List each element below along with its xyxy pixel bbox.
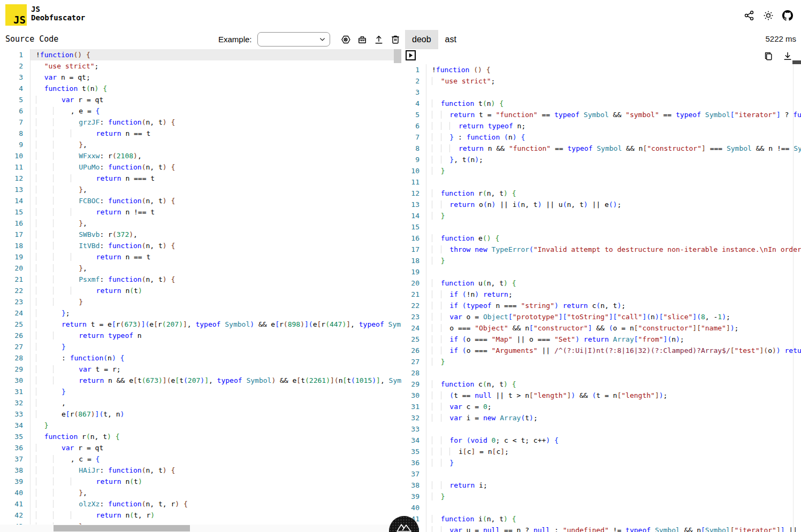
code-line: };	[36, 307, 401, 319]
code-line: grzJF: function(n, t) {	[36, 117, 401, 128]
code-line	[432, 221, 801, 233]
example-label: Example:	[218, 35, 252, 44]
code-line: WFxxw: r(2108),	[36, 150, 401, 161]
code-line: }, t(n);	[432, 154, 801, 165]
code-line: ,	[36, 397, 401, 408]
code-line: , e = {	[36, 105, 401, 117]
code-line: e[r(867)](t, n)	[36, 408, 401, 420]
code-line: }	[432, 457, 801, 468]
code-line: function i(n, t) {	[432, 513, 801, 525]
code-line: return o(n) || i(n, t) || u(n, t) || e()…	[432, 199, 801, 210]
source-editor-vscrollbar[interactable]	[394, 49, 401, 63]
main-split: 1234567891011121314151617181920212223242…	[0, 49, 801, 532]
code-line: return n && "function" == typeof Symbol …	[432, 143, 801, 154]
code-line: return typeof n;	[432, 120, 801, 132]
code-line: SWBvb: r(372),	[36, 229, 401, 240]
js-logo-text: JS	[13, 15, 27, 26]
code-line: return t = e[r(673)](e[r(207)], typeof S…	[36, 319, 401, 330]
output-tabs: deobast	[405, 30, 463, 49]
code-line: return typeof n	[36, 330, 401, 341]
code-line: olzXz: function(n, t, r) {	[36, 498, 401, 510]
output-editor-scrollbar-thumb[interactable]	[792, 60, 801, 64]
code-line: }	[432, 210, 801, 221]
code-area[interactable]: !function() { "use strict"; var n = qt; …	[30, 49, 401, 532]
code-line: ItVBd: function(n, t) {	[36, 240, 401, 251]
copy-icon[interactable]	[762, 50, 774, 62]
source-editor-hscrollbar-thumb[interactable]	[54, 525, 190, 531]
example-select[interactable]	[257, 32, 330, 47]
code-line: return n(t)	[36, 476, 401, 487]
code-line: return n !== t	[36, 206, 401, 218]
download-icon[interactable]	[782, 50, 794, 62]
code-line: }	[36, 420, 401, 431]
code-line: },	[36, 487, 401, 498]
output-editor[interactable]: 1234567891011121314151617181920212223242…	[401, 64, 801, 532]
code-line: var t = r;	[36, 364, 401, 375]
code-line: FCBOC: function(n, t) {	[36, 195, 401, 206]
code-line: if (o === "Arguments" || /^(?:Ui|I)nt(?:…	[432, 345, 801, 356]
code-line: return n(t)	[36, 285, 401, 296]
chevron-down-icon	[319, 36, 326, 43]
line-numbers: 1234567891011121314151617181920212223242…	[0, 49, 30, 532]
code-line: function t(n) {	[432, 98, 801, 109]
js-logo: JS	[5, 4, 27, 26]
source-editor[interactable]: 1234567891011121314151617181920212223242…	[0, 49, 401, 532]
code-line: throw new TypeError("Invalid attempt to …	[432, 244, 801, 255]
code-line: var n = qt;	[36, 72, 401, 83]
source-editor-hscrollbar	[0, 525, 401, 532]
code-line: },	[36, 263, 401, 274]
tab-ast[interactable]: ast	[438, 30, 463, 49]
code-line: var r = qt	[36, 442, 401, 453]
code-line: } : function (n) {	[432, 132, 801, 143]
code-line: }	[36, 296, 401, 307]
output-actions	[762, 50, 794, 62]
code-line: if (o === "Map" || o === "Set") return A…	[432, 334, 801, 345]
code-line: },	[36, 139, 401, 150]
code-line: return n(t, r)	[36, 510, 401, 521]
code-line: !function() {	[30, 49, 401, 60]
code-line: !function () {	[432, 64, 801, 75]
tab-deob[interactable]: deob	[405, 30, 438, 49]
code-line: }	[36, 341, 401, 352]
code-line: "use strict";	[432, 75, 801, 87]
share-icon[interactable]	[743, 10, 755, 21]
code-line: var i = new Array(t);	[432, 412, 801, 423]
code-line: o === "Object" && n["constructor"] && (o…	[432, 322, 801, 334]
toolbar: Source Code Example: deobast 5222 ms	[0, 30, 801, 49]
code-line: (t == null || t > n["length"]) && (t = n…	[432, 390, 801, 401]
paste-icon[interactable]	[356, 34, 368, 45]
code-line: }	[432, 165, 801, 176]
run-icon[interactable]	[406, 50, 416, 60]
code-line: function u(n, t) {	[432, 277, 801, 289]
code-line: }	[432, 356, 801, 367]
code-line	[432, 367, 801, 379]
header-actions	[743, 10, 794, 21]
theme-toggle-icon[interactable]	[762, 10, 774, 21]
code-line: },	[36, 184, 401, 195]
code-line: if (typeof n === "string") return c(n, t…	[432, 300, 801, 311]
code-line: function r(n, t) {	[36, 431, 401, 442]
timing-badge: 5222 ms	[765, 34, 796, 43]
app-title-line1: JS	[31, 5, 40, 13]
app-title-line2: Deobfuscator	[31, 13, 85, 22]
code-line	[432, 176, 801, 188]
code-line	[432, 468, 801, 480]
code-line: return i;	[432, 480, 801, 491]
code-line: var o = Object["prototype"]["toString"][…	[432, 311, 801, 322]
upload-icon[interactable]	[373, 34, 385, 45]
app-title: JS Deobfuscator	[31, 5, 85, 22]
settings-icon[interactable]	[340, 34, 352, 45]
code-line: return n === t	[36, 173, 401, 184]
code-line: , c = {	[36, 453, 401, 465]
code-line: return t = "function" == typeof Symbol &…	[432, 109, 801, 120]
editor-actions	[340, 34, 401, 45]
code-line: Psxmf: function(n, t) {	[36, 274, 401, 285]
code-line: var u = null == n ? null : "undefined" !…	[432, 525, 801, 532]
output-editor-panel: 1234567891011121314151617181920212223242…	[401, 49, 801, 532]
github-icon[interactable]	[782, 10, 794, 21]
code-line: var r = qt	[36, 94, 401, 105]
code-line: HAiJr: function(n, t) {	[36, 465, 401, 476]
code-area[interactable]: !function () { "use strict"; function t(…	[426, 64, 801, 532]
code-line	[432, 266, 801, 277]
trash-icon[interactable]	[390, 34, 401, 45]
